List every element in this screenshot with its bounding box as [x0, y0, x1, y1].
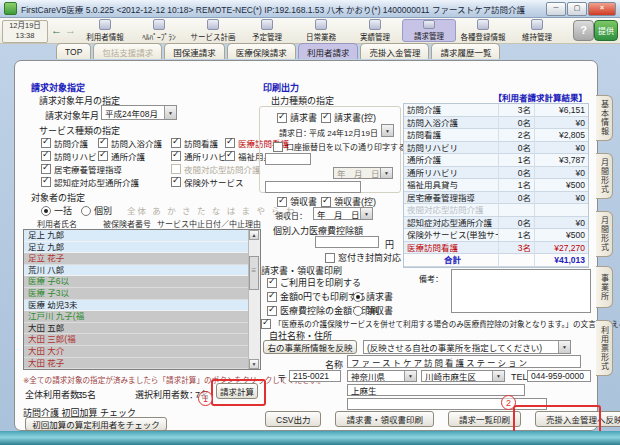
billing-month-select[interactable]: 平成24年08月▼ — [101, 105, 177, 120]
print-zero-amount-checkbox[interactable]: 金額0円でも印刷する — [267, 290, 366, 303]
service-checkbox[interactable]: 認知症対応型通所介護 — [41, 175, 171, 188]
user-icon — [99, 19, 111, 30]
results-row: 医療訪問看護 3名 ¥27,270 — [404, 242, 588, 255]
postal-code-input[interactable]: 215-0021 — [289, 370, 341, 382]
service-checkbox[interactable]: 訪問入浴介護 — [98, 136, 171, 149]
side-tab[interactable]: 月間形式 — [596, 211, 613, 257]
chevron-down-icon: ▼ — [382, 125, 393, 136]
scrollbar-thumb[interactable] — [249, 256, 259, 290]
target-receipt-radio[interactable]: 領収書 — [353, 304, 393, 317]
address-input-2[interactable] — [347, 398, 547, 410]
kana-filter[interactable]: 全体 あ か さ た な は ま や ら わ — [127, 204, 297, 216]
application-window: FirstCareV5医療 5.0.225 <2012-12-12 10:18>… — [0, 0, 620, 445]
col-stop-date: サービス中止日付／中止理由 — [157, 218, 261, 229]
user-list-row[interactable]: 足上 九郎 — [24, 230, 249, 242]
csv-export-button[interactable]: CSV出力 — [265, 411, 321, 427]
print-invoice-list-button[interactable]: 請求一覧印刷 — [448, 411, 521, 427]
scroll-down-icon[interactable]: ▼ — [249, 359, 259, 369]
service-checkbox[interactable]: 訪問介護 — [41, 136, 98, 149]
side-tab[interactable]: 月間形式 — [596, 153, 613, 199]
user-list-row[interactable]: 医療 子6以 — [24, 276, 249, 288]
deduction-sentence-checkbox[interactable]: 「医療系の介護保険サービスを併せて利用する場合のみ医療費控除の対象となります。」… — [261, 318, 620, 329]
tab-houkatsu-billing[interactable]: 包括支援請求 — [93, 43, 162, 59]
user-list-row[interactable]: 江戸川 九子(福 — [24, 311, 249, 323]
first-add-check-button[interactable]: 初回加算の算定利用者をチェック — [25, 417, 167, 431]
chevron-down-icon: ▼ — [360, 208, 372, 219]
company-name-input[interactable]: ファーストケア訪問看護ステーション — [347, 355, 581, 368]
toolbar-billing[interactable]: 請求管理 — [402, 19, 456, 42]
service-checkbox[interactable]: 居宅療養管理指導 — [41, 162, 171, 175]
office-select[interactable]: (反映させる自社の事業所を指定してください)▼ — [363, 340, 571, 354]
quick-access-button[interactable]: 提供 — [594, 20, 618, 41]
back-icon[interactable]: ← — [51, 24, 62, 36]
address-input[interactable]: 上麻生 — [347, 384, 525, 396]
results-row: 保険外サービス(単独サービス) 1名 ¥500 — [404, 229, 588, 242]
scroll-up-icon[interactable]: ▲ — [249, 230, 259, 240]
side-tab[interactable]: 基本情報 — [596, 95, 613, 141]
invoice-date-select[interactable]: ▼ — [381, 124, 394, 137]
selected-users-label: 選択利用者数： — [135, 388, 198, 401]
side-tab[interactable]: 事業所 — [596, 266, 613, 308]
service-checkbox[interactable]: 通所リハビリ — [171, 149, 225, 162]
remarks-textarea[interactable] — [451, 269, 591, 313]
toolbar-service-plan[interactable]: サービス計画 — [186, 19, 240, 42]
maximize-button[interactable]: ▢ — [567, 2, 587, 16]
prefecture-select[interactable]: 神奈川県▼ — [347, 370, 417, 382]
toolbar-performance[interactable]: 実績管理 — [348, 19, 402, 42]
transfer-date-checkbox[interactable]: 口座振替日を以下の通り印字する — [273, 141, 406, 152]
user-list-row[interactable]: 大田 花子 — [24, 358, 249, 370]
user-list-row[interactable]: 足立 九郎 — [24, 242, 249, 254]
tab-top[interactable]: TOP — [56, 43, 91, 59]
deduction-input[interactable] — [315, 236, 379, 248]
target-invoice-radio[interactable]: 請求書 — [353, 290, 393, 303]
tab-receivables[interactable]: 売掛入金管理 — [360, 43, 429, 59]
individual-radio[interactable]: 個別 — [81, 204, 112, 217]
user-list-row[interactable]: 大田 三郎(福 — [24, 334, 249, 346]
invoice-checkbox[interactable]: 請求書 — [277, 111, 317, 124]
transfer-input-1[interactable] — [265, 153, 311, 165]
transfer-input-2[interactable] — [265, 181, 361, 193]
minimize-button[interactable]: － — [546, 2, 566, 16]
service-checkbox[interactable]: 訪問看護 — [171, 136, 225, 149]
tel-input[interactable]: 044-959-0000 — [527, 370, 591, 382]
tab-medical-insurance-billing[interactable]: 医療保険請求 — [227, 43, 296, 59]
print-usage-date-checkbox[interactable]: ご利用日を印刷する — [267, 276, 361, 289]
batch-radio[interactable]: 一括 — [41, 204, 72, 217]
invoice-copy-checkbox[interactable]: 請求書(控) — [321, 111, 376, 124]
helper-plan-icon — [153, 19, 165, 30]
receipt-date-select[interactable]: 年 月 日▼ — [313, 207, 373, 220]
city-select[interactable]: 川崎市麻生区▼ — [421, 370, 505, 382]
receipt-checkbox[interactable]: 領収書 — [277, 195, 317, 208]
user-list-row[interactable]: 大田 大介 — [24, 346, 249, 358]
checkbox-icon — [267, 278, 277, 288]
forward-icon[interactable]: → — [65, 24, 76, 36]
user-list-scrollbar[interactable]: ▲ ▼ — [248, 230, 260, 369]
toolbar-schedule[interactable]: 予定管理 — [240, 19, 294, 42]
help-button[interactable]: ? — [573, 20, 594, 41]
user-list-row[interactable]: 大田 五郎 — [24, 323, 249, 335]
user-list-row[interactable]: 荒川 八郎 — [24, 265, 249, 277]
window-envelope-checkbox[interactable]: 窓付き封筒対応 — [325, 251, 401, 264]
results-row: 訪問看護 2名 ¥2,805 — [404, 129, 588, 142]
invoice-date-value[interactable]: 平成 24年12月19日 — [309, 127, 378, 138]
tab-kokuhoren-billing[interactable]: 国保連請求 — [164, 43, 225, 59]
tab-billing-history[interactable]: 請求履歴一覧 — [431, 43, 500, 59]
toolbar-helper-plan[interactable]: ﾍﾙﾊﾟｰﾌﾟﾗﾝ — [132, 19, 186, 42]
print-invoice-receipt-button[interactable]: 請求書・領収書印刷 — [335, 411, 434, 427]
toolbar-daily-tasks[interactable]: 日常業務 — [294, 19, 348, 42]
toolbar-maintenance[interactable]: 維持管理 — [510, 19, 564, 42]
user-list-row[interactable]: 医療 子3以 — [24, 288, 249, 300]
service-checkbox[interactable]: 通所介護 — [98, 149, 171, 162]
user-list-row[interactable]: 医療 幼児3未 — [24, 300, 249, 312]
calc-billing-button[interactable]: 請求計算 — [216, 383, 258, 399]
user-list-row[interactable]: 足立 花子 — [24, 253, 249, 265]
toolbar-registration[interactable]: 各種登録情報 — [456, 19, 510, 42]
checkbox-icon — [41, 138, 51, 148]
service-checkbox[interactable]: 訪問リハビリ — [41, 149, 98, 162]
side-tab[interactable]: 利用票形式 — [596, 320, 613, 376]
reflect-office-button[interactable]: 右の事業所情報を反映 — [263, 340, 357, 354]
reflect-to-receivables-button[interactable]: 売掛入金管理へ反映 — [535, 411, 620, 427]
tab-user-billing[interactable]: 利用者請求 — [298, 43, 359, 59]
close-button[interactable]: × — [588, 2, 616, 16]
toolbar-user-info[interactable]: 利用者情報 — [78, 19, 132, 42]
